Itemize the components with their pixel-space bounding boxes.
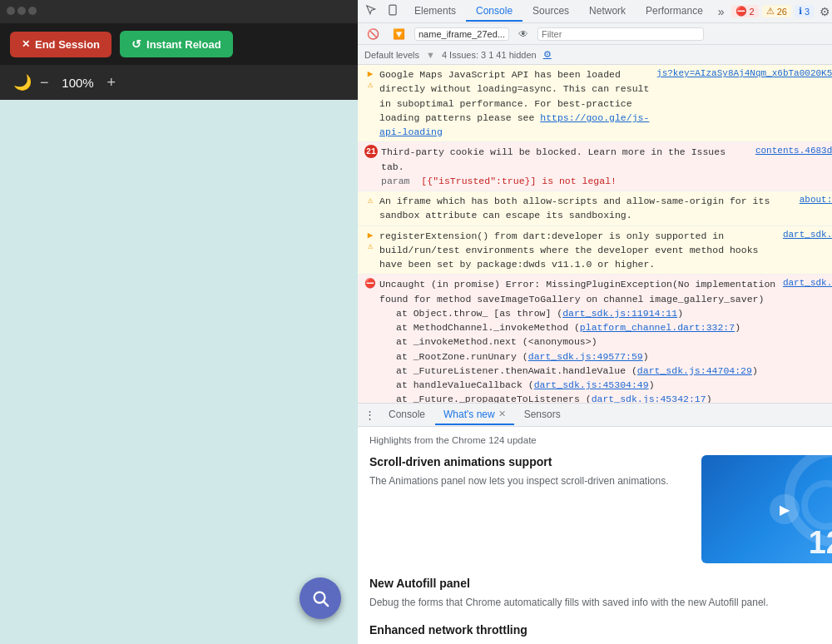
svg-rect-2 bbox=[389, 5, 396, 15]
devtools-right-icons: ⛔ 2 ⚠ 26 ℹ 3 ⚙ ⋮ ✕ bbox=[731, 2, 832, 21]
googlemaps-link[interactable]: https://goo.gle/js-api-loading bbox=[379, 112, 649, 137]
stack-link-4[interactable]: dart_sdk.js:44704:29 bbox=[637, 365, 752, 376]
msg-source-uncaught[interactable]: dart_sdk.js:11914 bbox=[783, 278, 832, 288]
stack-link-6[interactable]: dart_sdk.js:45342:17 bbox=[592, 394, 706, 403]
stack-link-1[interactable]: dart_sdk.js:11914:11 bbox=[562, 308, 677, 319]
feature-row-1: Scroll-driven animations support The Ani… bbox=[369, 455, 832, 563]
feature-title-3: Enhanced network throttling bbox=[369, 623, 832, 637]
feature-desc-1: The Animations panel now lets you inspec… bbox=[369, 473, 691, 488]
clear-console-button[interactable]: 🚫 bbox=[363, 27, 384, 42]
app-content-area bbox=[0, 100, 358, 644]
thumb-number: 124 bbox=[809, 527, 832, 558]
drawer-tab-whatsnew[interactable]: What's new ✕ bbox=[435, 405, 514, 425]
devtools-inspect-icon[interactable] bbox=[361, 2, 381, 21]
left-top-bar bbox=[0, 0, 358, 23]
end-session-button[interactable]: End Session bbox=[10, 32, 111, 57]
msg-text: Google Maps JavaScript API has been load… bbox=[379, 67, 650, 139]
feature-desc-2: Debug the forms that Chrome automaticall… bbox=[369, 595, 832, 610]
info-badge: ℹ 3 bbox=[795, 5, 814, 17]
stack-link-3[interactable]: dart_sdk.js:49577:59 bbox=[528, 351, 643, 362]
console-output: ▶ ⚠ Google Maps JavaScript API has been … bbox=[358, 65, 832, 403]
warn-icon: ▶ ⚠ bbox=[364, 68, 376, 90]
stack-link-5[interactable]: dart_sdk.js:45304:49 bbox=[534, 379, 649, 390]
msg-source-iframe[interactable]: about:srcdoc:1 bbox=[800, 195, 832, 205]
zoom-bar: 🌙 − 100% + bbox=[0, 65, 358, 100]
feature-section-3: Enhanced network throttling Test various… bbox=[369, 623, 832, 644]
top-right-badges: ⛔ 2 ⚠ 26 ℹ 3 bbox=[731, 5, 815, 17]
filter-icon[interactable]: 🔽 bbox=[389, 27, 409, 42]
devtools-device-icon[interactable] bbox=[383, 2, 403, 21]
window-dots bbox=[7, 6, 39, 17]
close-whatsnew-icon[interactable]: ✕ bbox=[498, 409, 506, 419]
instant-reload-button[interactable]: Instant Reload bbox=[120, 31, 233, 57]
play-button-icon[interactable]: ▶ bbox=[770, 494, 800, 524]
fab-search-button[interactable] bbox=[300, 577, 341, 619]
left-panel: End Session Instant Reload 🌙 − 100% + bbox=[0, 0, 358, 644]
default-levels-label[interactable]: Default levels bbox=[364, 50, 419, 60]
zoom-out-button[interactable]: − bbox=[40, 74, 49, 92]
warn-icon-3: ▶ ⚠ bbox=[364, 230, 376, 251]
bottom-drawer: ⋮ Console What's new ✕ Sensors ✕ Highlig… bbox=[358, 403, 832, 644]
settings-icon[interactable]: ⚙ bbox=[815, 2, 832, 21]
feature-text-1: Scroll-driven animations support The Ani… bbox=[369, 455, 691, 488]
issues-settings-link[interactable]: ⚙ bbox=[543, 49, 552, 60]
console-msg-uncaught: ⛔ Uncaught (in promise) Error: MissingPl… bbox=[358, 275, 832, 403]
session-bar: End Session Instant Reload bbox=[0, 23, 358, 65]
msg-text-register: registerExtension() from dart:developer … bbox=[379, 229, 776, 272]
msg-text-cookie: Third-party cookie will be blocked. Lear… bbox=[381, 145, 749, 188]
tab-performance[interactable]: Performance bbox=[636, 2, 713, 22]
tab-console[interactable]: Console bbox=[466, 2, 522, 22]
svg-line-1 bbox=[324, 602, 328, 606]
eye-icon[interactable]: 👁 bbox=[514, 27, 532, 42]
console-msg-iframe: ⚠ An iframe which has both allow-scripts… bbox=[358, 191, 832, 226]
issues-summary: 4 Issues: 3 1 41 hidden bbox=[442, 50, 537, 60]
param-value: [{"isTrusted":true}] is not legal! bbox=[421, 176, 617, 186]
feature-thumbnail: ▶ new 124 bbox=[701, 455, 832, 563]
more-tabs-button[interactable]: » bbox=[713, 3, 730, 20]
console-toolbar: 🚫 🔽 name_iframe_27ed... 👁 bbox=[358, 23, 832, 45]
drawer-menu-icon[interactable]: ⋮ bbox=[361, 409, 379, 421]
console-msg-register: ▶ ⚠ registerExtension() from dart:develo… bbox=[358, 226, 832, 275]
stack-link-2[interactable]: platform_channel.dart:332:7 bbox=[580, 322, 735, 333]
error-count-badge: 21 bbox=[364, 145, 378, 158]
whats-new-title: Highlights from the Chrome 124 update bbox=[369, 435, 832, 445]
msg-source-googlemaps[interactable]: js?key=AIzaSy8Aj4Nqm_x6bTa0020K5qw9U:228 bbox=[656, 68, 832, 78]
msg-source-cookie[interactable]: contents.4683de87.js:1 bbox=[755, 146, 832, 156]
zoom-in-button[interactable]: + bbox=[107, 74, 116, 92]
drawer-tab-console[interactable]: Console bbox=[380, 405, 433, 425]
feature-title-1: Scroll-driven animations support bbox=[369, 455, 691, 468]
tab-elements[interactable]: Elements bbox=[404, 2, 466, 22]
error-badge: ⛔ 2 bbox=[731, 5, 759, 17]
drawer-content: Highlights from the Chrome 124 update Sc… bbox=[358, 427, 832, 644]
msg-text-uncaught: Uncaught (in promise) Error: MissingPlug… bbox=[379, 277, 776, 403]
tab-sources[interactable]: Sources bbox=[522, 2, 579, 22]
feature-section-1: Scroll-driven animations support The Ani… bbox=[369, 455, 832, 563]
feature-section-2: New Autofill panel Debug the forms that … bbox=[369, 577, 832, 610]
zoom-value-label: 100% bbox=[57, 76, 99, 90]
devtools-tabs: Elements Console Sources Network Perform… bbox=[404, 2, 730, 22]
msg-source-register[interactable]: dart_sdk.js:60656 bbox=[783, 230, 832, 240]
devtools-top-bar: Elements Console Sources Network Perform… bbox=[358, 0, 832, 23]
tab-network[interactable]: Network bbox=[579, 2, 636, 22]
error-icon: ⛔ bbox=[364, 278, 376, 289]
devtools-panel: Elements Console Sources Network Perform… bbox=[358, 0, 832, 644]
issues-bar: Default levels ▼ 4 Issues: 3 1 41 hidden… bbox=[358, 45, 832, 65]
msg-text-iframe: An iframe which has both allow-scripts a… bbox=[379, 194, 793, 223]
feature-title-2: New Autofill panel bbox=[369, 577, 832, 590]
drawer-tab-sensors[interactable]: Sensors bbox=[516, 405, 569, 425]
warning-badge: ⚠ 26 bbox=[762, 5, 791, 17]
console-filter-input[interactable] bbox=[537, 27, 704, 41]
console-msg-cookie: 21 Third-party cookie will be blocked. L… bbox=[358, 142, 832, 191]
dark-mode-icon[interactable]: 🌙 bbox=[13, 73, 32, 92]
warn-icon-2: ⚠ bbox=[364, 195, 376, 206]
drawer-tabs-bar: ⋮ Console What's new ✕ Sensors ✕ bbox=[358, 404, 832, 427]
frame-selector[interactable]: name_iframe_27ed... bbox=[414, 27, 509, 41]
console-msg-googlemaps: ▶ ⚠ Google Maps JavaScript API has been … bbox=[358, 65, 832, 142]
